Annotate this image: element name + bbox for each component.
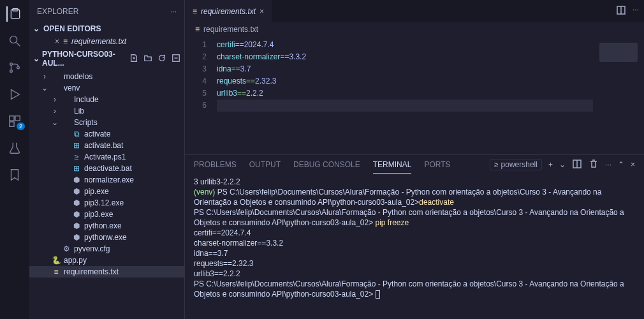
- file-icon: ⬢: [71, 233, 82, 242]
- tree-item-pythonw-exe[interactable]: ⬢pythonw.exe: [29, 232, 184, 243]
- explorer-icon[interactable]: [6, 6, 22, 22]
- tree-item-label: Lib: [74, 107, 84, 115]
- terminal-line: idna==3.7: [194, 248, 635, 258]
- tree-item-activate[interactable]: ⧉activate: [29, 128, 184, 140]
- tree-item-label: Include: [74, 95, 99, 104]
- tree-item-deactivate-bat[interactable]: ⊞deactivate.bat: [29, 163, 184, 174]
- terminal-line: requests==2.32.3: [194, 258, 635, 269]
- tree-item-label: activate.bat: [84, 141, 123, 150]
- more-icon[interactable]: ···: [633, 5, 639, 17]
- open-editor-item[interactable]: × ≡ requirements.txt: [29, 35, 184, 48]
- file-icon: ⊞: [71, 164, 82, 173]
- code-line[interactable]: idna==3.7: [217, 63, 593, 75]
- file-icon: ≡: [195, 25, 200, 34]
- refresh-icon[interactable]: [157, 54, 166, 64]
- terminal-line: certifi==2024.7.4: [194, 228, 635, 238]
- close-icon[interactable]: ×: [631, 160, 635, 169]
- new-file-icon[interactable]: [129, 54, 138, 64]
- terminal-shell-select[interactable]: ≥powershell: [490, 159, 542, 170]
- tab-output[interactable]: OUTPUT: [249, 156, 281, 174]
- svg-point-4: [10, 70, 13, 73]
- svg-point-3: [10, 63, 13, 66]
- svg-rect-7: [15, 116, 20, 121]
- tree-item-label: modelos: [64, 72, 92, 81]
- tree-item-normalizer-exe[interactable]: ⬢normalizer.exe: [29, 174, 184, 186]
- new-folder-icon[interactable]: [143, 54, 152, 64]
- svg-rect-8: [10, 122, 14, 126]
- activity-bar: [0, 0, 29, 319]
- testing-icon[interactable]: [7, 140, 22, 156]
- terminal-line: charset-normalizer==3.3.2: [194, 238, 635, 248]
- tree-item-label: Scripts: [74, 118, 98, 127]
- chevron-icon: ›: [41, 72, 48, 81]
- split-terminal-icon[interactable]: [572, 159, 582, 171]
- code-line[interactable]: charset-normalizer==3.3.2: [217, 51, 593, 63]
- tree-item-label: python.exe: [84, 221, 122, 230]
- chevron-down-icon[interactable]: ⌄: [559, 160, 566, 169]
- bookmark-icon[interactable]: [7, 167, 22, 182]
- tree-item-label: pythonw.exe: [84, 233, 127, 242]
- breadcrumb[interactable]: ≡ requirements.txt: [185, 22, 644, 36]
- run-debug-icon[interactable]: [7, 87, 22, 102]
- open-editors-section[interactable]: ⌄ OPEN EDITORS: [29, 22, 184, 35]
- tree-item-Lib[interactable]: ›Lib: [29, 105, 184, 117]
- sidebar: EXPLORER ··· ⌄ OPEN EDITORS × ≡ requirem…: [29, 0, 185, 319]
- tab-requirements[interactable]: ≡ requirements.txt ×: [185, 0, 272, 22]
- tree-item-modelos[interactable]: ›modelos: [29, 71, 184, 82]
- tree-item-Activate-ps1[interactable]: ≥Activate.ps1: [29, 151, 184, 163]
- minimap-slider[interactable]: [599, 43, 638, 62]
- project-header[interactable]: ⌄ PYTHON-CURSO03-AUL...: [29, 48, 184, 70]
- extensions-icon[interactable]: [7, 114, 22, 129]
- file-icon: ≡: [193, 7, 197, 16]
- code-line[interactable]: certifi==2024.7.4: [217, 39, 593, 51]
- more-icon[interactable]: ···: [605, 160, 611, 169]
- chevron-icon: ›: [51, 107, 59, 115]
- code-area[interactable]: certifi==2024.7.4charset-normalizer==3.3…: [217, 39, 593, 154]
- tree-item-pyvenv-cfg[interactable]: ⚙pyvenv.cfg: [29, 243, 184, 255]
- tree-item-python-exe[interactable]: ⬢python.exe: [29, 220, 184, 232]
- split-editor-icon[interactable]: [616, 5, 626, 17]
- svg-point-2: [10, 36, 17, 43]
- terminal-line: 3 urllib3-2.2.2: [194, 177, 635, 187]
- tree-item-requirements-txt[interactable]: ≡requirements.txt: [29, 266, 184, 278]
- chevron-up-icon[interactable]: ⌃: [618, 160, 624, 169]
- tree-item-pip3-12-exe[interactable]: ⬢pip3.12.exe: [29, 197, 184, 209]
- tree-item-Include[interactable]: ›Include: [29, 94, 184, 105]
- tree-item-venv[interactable]: ⌄venv: [29, 82, 184, 94]
- file-icon: 🐍: [51, 256, 61, 265]
- tree-item-label: Activate.ps1: [84, 152, 126, 161]
- terminal-line: urllib3==2.2.2: [194, 269, 635, 279]
- source-control-icon[interactable]: [7, 60, 22, 75]
- file-icon: ⬢: [71, 187, 82, 196]
- tree-item-pip3-exe[interactable]: ⬢pip3.exe: [29, 209, 184, 220]
- tree-item-pip-exe[interactable]: ⬢pip.exe: [29, 186, 184, 197]
- new-terminal-icon[interactable]: +: [548, 160, 553, 169]
- tree-item-label: deactivate.bat: [84, 164, 132, 173]
- more-icon[interactable]: ···: [170, 7, 177, 16]
- editor[interactable]: 123456 certifi==2024.7.4charset-normaliz…: [185, 36, 644, 154]
- close-icon[interactable]: ×: [260, 7, 264, 16]
- powershell-icon: ≥: [494, 160, 499, 169]
- code-line[interactable]: requests==2.32.3: [217, 75, 593, 87]
- collapse-icon[interactable]: [172, 54, 180, 64]
- trash-icon[interactable]: [589, 159, 599, 171]
- tab-problems[interactable]: PROBLEMS: [194, 156, 237, 174]
- close-icon[interactable]: ×: [55, 37, 59, 46]
- file-icon: ⊞: [71, 141, 82, 150]
- terminal-line: PS C:\Users\felip\Documents\Cursos\Alura…: [194, 207, 635, 228]
- tab-terminal[interactable]: TERMINAL: [373, 156, 412, 174]
- tab-ports[interactable]: PORTS: [424, 156, 450, 174]
- code-line[interactable]: [217, 100, 593, 112]
- tree-item-label: app.py: [64, 256, 87, 265]
- tab-debug-console[interactable]: DEBUG CONSOLE: [293, 156, 360, 174]
- chevron-down-icon: ⌄: [33, 54, 40, 63]
- tree-item-activate-bat[interactable]: ⊞activate.bat: [29, 140, 184, 151]
- tree-item-Scripts[interactable]: ⌄Scripts: [29, 117, 184, 128]
- file-icon: ⚙: [61, 244, 71, 253]
- tree-item-label: pip.exe: [84, 187, 109, 196]
- tree-item-app-py[interactable]: 🐍app.py: [29, 255, 184, 266]
- minimap[interactable]: [593, 39, 644, 154]
- search-icon[interactable]: [7, 33, 22, 48]
- code-line[interactable]: urllib3==2.2.2: [217, 87, 593, 100]
- terminal-output[interactable]: 3 urllib3-2.2.2(venv) PS C:\Users\felip\…: [185, 174, 644, 319]
